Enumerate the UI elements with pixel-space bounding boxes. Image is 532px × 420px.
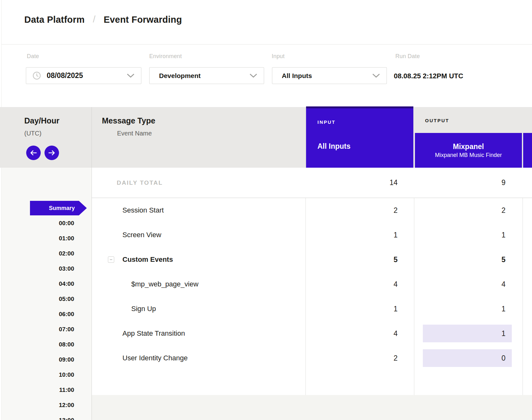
hour-row-12[interactable]: 12:00 [0,401,74,409]
chevron-down-icon [372,73,380,78]
date-label: Date [27,53,39,60]
environment-label: Environment [149,53,182,60]
event-label: Custom Events [122,255,173,264]
run-date-label: Run Date [395,53,420,60]
date-value: 08/08/2025 [47,71,83,80]
output-count: 1 [415,305,522,313]
daily-total-input-value: 14 [306,178,413,187]
output-count: 5 [415,255,522,264]
hour-row-11[interactable]: 11:00 [0,386,74,394]
event-name-subheader: Event Name [117,130,152,137]
output-column-title: Mixpanel [453,143,484,150]
table-row-custom-events: Custom Events 5 5 [0,247,532,272]
next-output-column-partial [523,133,532,168]
chevron-down-icon [249,73,257,78]
hour-row-01[interactable]: 01:00 [0,235,74,242]
breadcrumb: Data Platform / Event Forwarding [24,12,182,27]
run-date-value: 08.08.25 2:12PM UTC [394,72,463,80]
summary-flag-tip [79,201,87,215]
breadcrumb-data-platform[interactable]: Data Platform [24,15,85,25]
table-row-mp-web-page-view: $mp_web_page_view 4 4 [0,272,532,297]
message-type-header: Message Type [102,116,155,125]
input-count: 1 [306,305,413,313]
table-footer-band [92,395,532,420]
day-hour-header: Day/Hour [24,116,59,125]
output-count: 2 [415,206,522,215]
environment-dropdown[interactable]: Development [149,67,264,84]
input-column-header[interactable] [306,106,413,168]
table-row-screen-view: Screen View 1 1 [0,223,532,247]
output-count: 1 [415,231,522,239]
table-row-app-state-transition: App State Transition 4 1 [0,321,532,346]
output-count: 4 [415,280,522,289]
previous-day-button[interactable] [26,146,41,160]
hour-row-06[interactable]: 06:00 [0,310,74,318]
breadcrumb-event-forwarding: Event Forwarding [104,15,182,25]
hour-row-03[interactable]: 03:00 [0,265,74,273]
input-column-title: All Inputs [317,142,351,151]
hour-row-07[interactable]: 07:00 [0,326,74,333]
output-section-label: OUTPUT [425,118,449,123]
output-column-subtitle: Mixpanel MB Music Finder [435,152,502,158]
hour-row-10[interactable]: 10:00 [0,371,74,379]
day-hour-utc: (UTC) [24,130,41,137]
input-count: 2 [306,206,413,215]
output-count: 1 [415,329,522,338]
arrow-right-icon [48,150,56,156]
date-picker[interactable]: 08/08/2025 [26,67,141,84]
input-label: Input [272,53,285,60]
event-label: Session Start [122,206,164,214]
input-count: 1 [306,231,413,239]
hour-row-05[interactable]: 05:00 [0,295,74,303]
hour-row-04[interactable]: 04:00 [0,280,74,288]
collapse-icon[interactable] [108,256,114,263]
table-row-sign-up: Sign Up 1 1 [0,297,532,321]
input-count: 4 [306,280,413,289]
table-row-user-identity-change: User Identity Change 2 0 [0,346,532,370]
event-label: $mp_web_page_view [131,280,198,288]
breadcrumb-separator: / [93,14,95,25]
next-day-button[interactable] [44,146,59,160]
hour-row-00[interactable]: 00:00 [0,219,74,227]
hour-row-13[interactable]: 13:00 [0,417,74,420]
output-column-header[interactable]: Mixpanel Mixpanel MB Music Finder [415,133,522,168]
input-dropdown[interactable]: All Inputs [272,67,387,84]
header-divider [2,44,532,45]
hour-row-09[interactable]: 09:00 [0,356,74,363]
output-count: 0 [415,354,522,363]
environment-value: Development [159,72,201,80]
input-count: 4 [306,329,413,338]
input-count: 2 [306,354,413,363]
chevron-down-icon [127,73,135,78]
input-value: All Inputs [282,72,312,80]
event-label: Sign Up [131,305,156,313]
hour-row-08[interactable]: 08:00 [0,341,74,348]
event-label: User Identity Change [122,354,188,362]
column-divider [305,107,306,168]
event-label: Screen View [122,231,161,239]
arrow-left-icon [30,150,37,156]
daily-total-label: DAILY TOTAL [117,179,163,186]
summary-row-selector[interactable]: Summary [30,201,79,215]
event-label: App State Transition [122,329,185,338]
input-section-label: INPUT [317,119,336,125]
daily-total-output-value: 9 [415,178,522,187]
input-count: 5 [306,255,413,264]
clock-icon [33,71,41,80]
hour-row-02[interactable]: 02:00 [0,250,74,257]
summary-label: Summary [49,201,75,215]
